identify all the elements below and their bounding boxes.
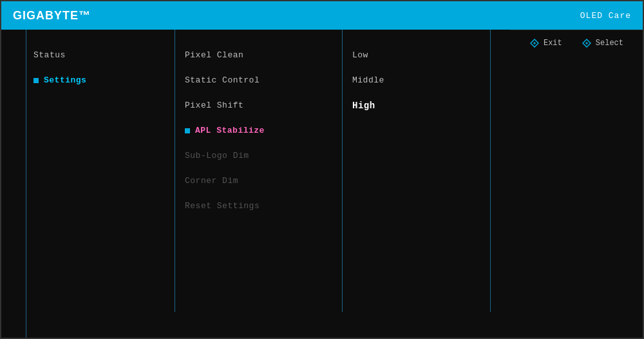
header-subtitle: OLED Care — [580, 11, 631, 21]
brand-logo: GIGABYTE™ — [13, 9, 91, 23]
menu-item-static-control[interactable]: Static Control — [185, 68, 323, 93]
menu-item-static-control-label: Static Control — [185, 75, 260, 85]
menu-item-sub-logo-dim-label: Sub-Logo Dim — [185, 151, 249, 160]
menu-item-pixel-clean[interactable]: Pixel Clean — [185, 43, 323, 68]
options-column: Low Middle High — [323, 30, 471, 338]
option-middle[interactable]: Middle — [352, 68, 471, 93]
main-content: Status Settings Pixel Clean Static Contr… — [1, 30, 643, 338]
bottom-bar: Exit Select — [510, 30, 643, 55]
menu-item-reset-settings[interactable]: Reset Settings — [185, 193, 323, 218]
menu-item-apl-stabilize[interactable]: APL Stabilize — [185, 118, 323, 143]
columns-wrapper: Status Settings Pixel Clean Static Contr… — [1, 30, 510, 338]
menu-item-pixel-shift[interactable]: Pixel Shift — [185, 93, 323, 118]
exit-label: Exit — [544, 39, 562, 48]
exit-icon — [529, 38, 540, 48]
menu-item-pixel-clean-label: Pixel Clean — [185, 50, 243, 60]
select-label: Select — [596, 39, 623, 48]
menu-column: Pixel Clean Static Control Pixel Shift A… — [156, 30, 323, 338]
option-high[interactable]: High — [352, 93, 471, 119]
option-low-label: Low — [352, 50, 368, 60]
sidebar-item-status[interactable]: Status — [33, 43, 156, 68]
menu-item-sub-logo-dim[interactable]: Sub-Logo Dim — [185, 143, 323, 168]
menu-item-corner-dim-label: Corner Dim — [185, 176, 238, 186]
header-bar: GIGABYTE™ OLED Care — [1, 1, 643, 30]
option-high-label: High — [352, 101, 375, 111]
select-action: Select — [582, 38, 623, 48]
exit-action: Exit — [529, 38, 562, 48]
sidebar-column: Status Settings — [1, 30, 156, 338]
menu-item-apl-stabilize-label: APL Stabilize — [195, 126, 265, 135]
menu-item-pixel-shift-label: Pixel Shift — [185, 101, 243, 110]
select-icon — [582, 38, 592, 48]
menu-item-reset-settings-label: Reset Settings — [185, 201, 260, 211]
sidebar-item-settings[interactable]: Settings — [33, 68, 156, 93]
menu-item-corner-dim[interactable]: Corner Dim — [185, 168, 323, 193]
separator-line-3 — [490, 30, 491, 312]
sidebar-item-status-label: Status — [33, 50, 66, 60]
option-low[interactable]: Low — [352, 43, 471, 68]
option-middle-label: Middle — [352, 75, 384, 85]
sidebar-item-settings-label: Settings — [44, 75, 86, 85]
app-frame: GIGABYTE™ OLED Care Status Settings — [0, 0, 644, 339]
